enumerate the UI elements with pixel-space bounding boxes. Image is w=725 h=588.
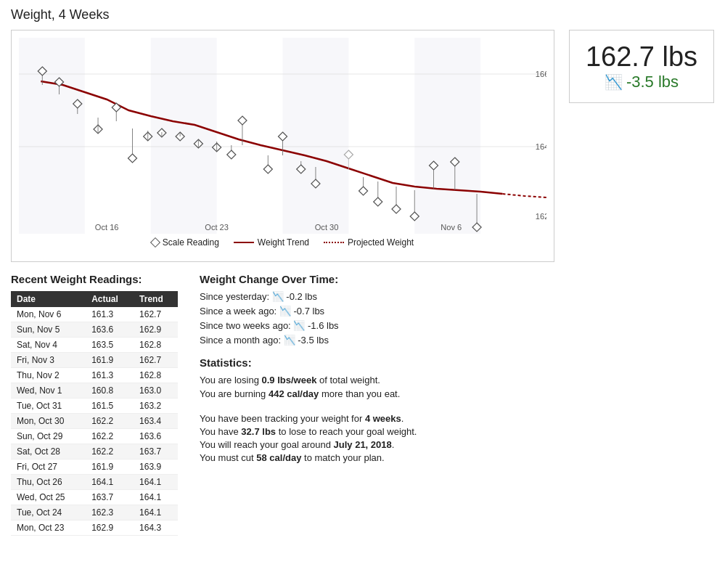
- cell-date: Sun, Nov 5: [11, 322, 86, 338]
- weight-change-badge: 📉 -3.5 lbs: [584, 73, 699, 91]
- table-row: Mon, Oct 30 162.2 163.4: [11, 414, 178, 429]
- down-arrow-icon: 📉: [605, 73, 623, 91]
- wc-value: -0.7 lbs: [293, 306, 324, 317]
- col-trend: Trend: [134, 291, 178, 307]
- stat-block-line: You must cut 58 cal/day to match your pl…: [200, 452, 714, 463]
- svg-marker-17: [112, 103, 120, 112]
- scale-reading-icon: [150, 237, 160, 248]
- svg-marker-31: [227, 150, 236, 159]
- table-header-row: Date Actual Trend: [11, 291, 178, 307]
- readings-table: Date Actual Trend Mon, Nov 6 161.3 162.7…: [11, 291, 178, 536]
- stat-block-line: You have 32.7 lbs to lose to reach your …: [200, 426, 714, 437]
- chart-area: 166 164 162: [19, 38, 546, 234]
- table-row: Fri, Oct 27 161.9 163.9: [11, 460, 178, 475]
- wc-label: Since yesterday:: [200, 291, 269, 302]
- wc-item: Since two weeks ago: 📉 -1.6 lbs: [200, 320, 714, 331]
- table-row: Tue, Oct 24 162.3 164.1: [11, 505, 178, 520]
- wc-item: Since a week ago: 📉 -0.7 lbs: [200, 306, 714, 317]
- cell-trend: 162.8: [134, 368, 178, 383]
- cell-actual: 161.5: [86, 399, 134, 414]
- stat-block-bold: July 21, 2018: [334, 439, 392, 450]
- cell-actual: 161.3: [86, 368, 134, 383]
- table-row: Sun, Oct 29 162.2 163.6: [11, 429, 178, 444]
- cell-date: Sat, Nov 4: [11, 338, 86, 353]
- cell-actual: 161.3: [86, 307, 134, 322]
- svg-marker-19: [128, 154, 136, 163]
- cell-actual: 162.2: [86, 414, 134, 429]
- stat-line: You are burning 442 cal/day more than yo…: [200, 388, 714, 399]
- cell-trend: 164.1: [134, 505, 178, 520]
- cell-date: Mon, Nov 6: [11, 307, 86, 322]
- legend-trend-label: Weight Trend: [258, 237, 309, 248]
- cell-trend: 163.4: [134, 414, 178, 429]
- svg-rect-0: [19, 38, 85, 234]
- cell-date: Sat, Oct 28: [11, 444, 86, 460]
- cell-trend: 164.1: [134, 490, 178, 505]
- stat-line: You are losing 0.9 lbs/week of total wei…: [200, 375, 714, 385]
- top-section: 166 164 162: [11, 30, 714, 262]
- svg-text:Nov 6: Nov 6: [441, 223, 462, 232]
- cell-actual: 162.2: [86, 444, 134, 460]
- svg-text:Oct 16: Oct 16: [95, 223, 119, 232]
- stat-bold: 442 cal/day: [269, 388, 319, 399]
- cell-trend: 163.9: [134, 460, 178, 475]
- wc-item: Since yesterday: 📉 -0.2 lbs: [200, 291, 714, 302]
- stat-block-bold: 58 cal/day: [256, 452, 301, 463]
- statistics-section: Statistics: You are losing 0.9 lbs/week …: [200, 356, 714, 463]
- col-date: Date: [11, 291, 86, 307]
- weight-change-value: -3.5 lbs: [626, 73, 679, 91]
- cell-trend: 162.7: [134, 353, 178, 368]
- page-title: Weight, 4 Weeks: [11, 7, 714, 23]
- legend-scale-label: Scale Reading: [163, 237, 219, 248]
- svg-marker-35: [263, 165, 272, 173]
- svg-text:166: 166: [536, 70, 546, 78]
- cell-actual: 162.9: [86, 520, 134, 536]
- cell-actual: 163.6: [86, 322, 134, 338]
- svg-marker-33: [238, 116, 247, 125]
- table-row: Mon, Nov 6 161.3 162.7: [11, 307, 178, 322]
- table-row: Mon, Oct 23 162.9 164.3: [11, 520, 178, 536]
- svg-marker-47: [374, 197, 382, 206]
- svg-text:Oct 30: Oct 30: [315, 223, 339, 232]
- cell-date: Fri, Nov 3: [11, 353, 86, 368]
- cell-actual: 164.1: [86, 475, 134, 490]
- stats-box: 162.7 lbs 📉 -3.5 lbs: [569, 30, 714, 103]
- svg-text:162: 162: [536, 212, 546, 221]
- cell-date: Fri, Oct 27: [11, 460, 86, 475]
- cell-date: Thu, Oct 26: [11, 475, 86, 490]
- chart-legend: Scale Reading Weight Trend Projected Wei…: [19, 237, 546, 248]
- svg-rect-2: [283, 38, 349, 234]
- stat-block-line: You will reach your goal around July 21,…: [200, 439, 714, 450]
- table-row: Thu, Oct 26 164.1 164.1: [11, 475, 178, 490]
- cell-actual: 163.7: [86, 490, 134, 505]
- chart-container: 166 164 162: [11, 30, 554, 262]
- current-weight: 162.7 lbs: [584, 41, 699, 73]
- cell-trend: 162.8: [134, 338, 178, 353]
- green-arrow-icon: 📉: [279, 306, 291, 317]
- table-row: Thu, Nov 2 161.3 162.8: [11, 368, 178, 383]
- table-row: Wed, Nov 1 160.8 163.0: [11, 383, 178, 399]
- wc-value: -0.2 lbs: [286, 291, 317, 302]
- cell-date: Wed, Nov 1: [11, 383, 86, 399]
- table-row: Sat, Oct 28 162.2 163.7: [11, 444, 178, 460]
- cell-date: Tue, Oct 31: [11, 399, 86, 414]
- cell-date: Thu, Nov 2: [11, 368, 86, 383]
- svg-marker-49: [392, 205, 401, 213]
- wc-value: -1.6 lbs: [308, 320, 339, 331]
- cell-actual: 162.2: [86, 429, 134, 444]
- cell-trend: 164.1: [134, 475, 178, 490]
- table-row: Fri, Nov 3 161.9 162.7: [11, 353, 178, 368]
- cell-date: Mon, Oct 23: [11, 520, 86, 536]
- weight-trend-icon: [234, 242, 254, 243]
- svg-marker-45: [359, 187, 368, 195]
- svg-rect-3: [414, 38, 480, 234]
- weight-change-section: Weight Change Over Time: Since yesterday…: [200, 273, 714, 536]
- legend-scale-reading: Scale Reading: [152, 237, 219, 248]
- projected-weight-icon: [324, 242, 344, 243]
- cell-date: Mon, Oct 30: [11, 414, 86, 429]
- wc-item: Since a month ago: 📉 -3.5 lbs: [200, 335, 714, 346]
- cell-trend: 162.7: [134, 307, 178, 322]
- cell-trend: 162.9: [134, 322, 178, 338]
- stat-bold: 0.9 lbs/week: [262, 375, 317, 385]
- cell-actual: 163.5: [86, 338, 134, 353]
